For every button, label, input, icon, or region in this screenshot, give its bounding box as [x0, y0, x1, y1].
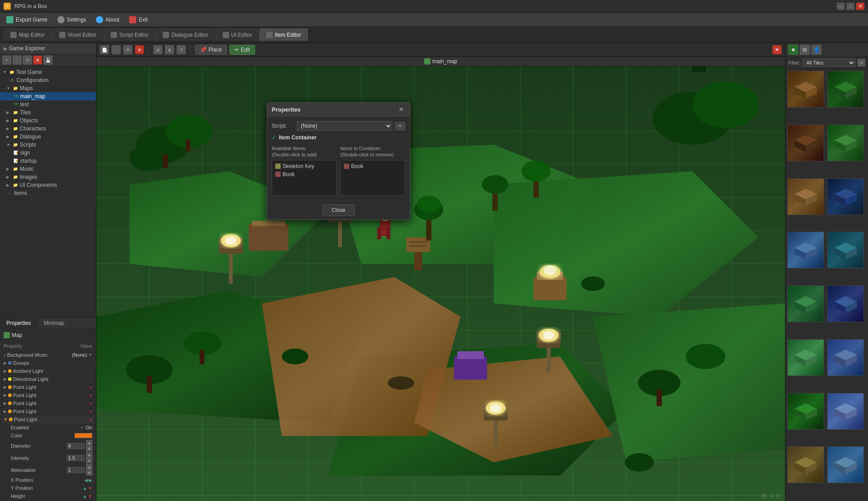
save-file-button[interactable]: 💾: [43, 56, 52, 65]
filter-refresh-button[interactable]: ↺: [857, 59, 865, 67]
tile-3[interactable]: [787, 125, 824, 161]
map-grid-button[interactable]: ⊞: [153, 45, 162, 54]
map-delete-button[interactable]: ✕: [135, 45, 144, 54]
tile-15[interactable]: [787, 446, 824, 483]
available-item-skeleton-key[interactable]: Skeleton Key: [274, 162, 334, 170]
prop-row-ambient-light[interactable]: ▶ Ambient Light: [2, 367, 94, 375]
diameter-input[interactable]: [67, 443, 85, 449]
prop-row-point-light-2[interactable]: ▶ Point Light ✕: [2, 391, 94, 399]
right-tool-grid-button[interactable]: ⊞: [800, 45, 810, 55]
color-swatch[interactable]: [74, 433, 92, 438]
map-copy-button[interactable]: ⧉: [123, 45, 132, 54]
properties-tab[interactable]: Properties: [0, 318, 38, 328]
close-button[interactable]: ✕: [856, 3, 864, 10]
x-pos-left[interactable]: ◀: [84, 478, 88, 483]
tile-7[interactable]: [787, 232, 824, 268]
tile-1[interactable]: [787, 71, 824, 108]
tile-4[interactable]: [827, 125, 864, 161]
tree-item-images[interactable]: ▶ 📁 Images: [0, 173, 96, 181]
dialog-close-button-bottom[interactable]: Close: [322, 204, 355, 216]
maximize-button[interactable]: □: [846, 3, 855, 10]
tile-2[interactable]: [827, 71, 864, 108]
delete-file-button[interactable]: ✕: [33, 56, 42, 65]
tree-item-test-map[interactable]: 🗺 test: [0, 100, 96, 108]
copy-file-button[interactable]: ⧉: [23, 56, 32, 65]
tab-map-editor[interactable]: Map Editor: [4, 29, 52, 41]
map-canvas[interactable]: (5, -1, 1) Properties ✕ Script: (None) ✏: [96, 66, 785, 501]
map-new-button[interactable]: 📄: [100, 45, 109, 54]
settings-button[interactable]: Settings: [53, 14, 91, 25]
point-light-2-delete[interactable]: ✕: [89, 393, 92, 398]
attenuation-down-button[interactable]: ▼: [86, 470, 92, 475]
right-tool-green-button[interactable]: ■: [788, 45, 798, 55]
new-file-button[interactable]: +: [2, 56, 11, 65]
tile-14[interactable]: [827, 393, 864, 430]
dialog-close-button[interactable]: ✕: [397, 105, 405, 113]
exit-button[interactable]: Exit: [125, 14, 152, 25]
point-light-4-delete[interactable]: ✕: [89, 409, 92, 414]
tree-item-tiles[interactable]: ▶ 📁 Tiles: [0, 108, 96, 117]
right-tool-person-button[interactable]: 👤: [812, 45, 821, 55]
attenuation-up-button[interactable]: ▲: [86, 464, 92, 470]
prop-row-point-light-1[interactable]: ▶ Point Light ✕: [2, 383, 94, 391]
map-refresh-button[interactable]: ↺: [177, 45, 186, 54]
container-item-book[interactable]: Book: [343, 162, 403, 170]
intensity-down-button[interactable]: ▼: [86, 458, 92, 463]
tile-16[interactable]: [827, 446, 864, 483]
script-edit-button[interactable]: ✏: [395, 122, 405, 130]
tree-item-startup[interactable]: 📝 startup: [0, 157, 96, 165]
prop-row-directional-light[interactable]: ▶ Directional Light: [2, 375, 94, 383]
tree-item-sign[interactable]: 📝 sign: [0, 149, 96, 157]
tile-9[interactable]: [787, 285, 824, 322]
height-down[interactable]: ▼: [88, 494, 92, 499]
tree-item-music[interactable]: ▶ 📁 Music: [0, 165, 96, 173]
tab-voxel-editor[interactable]: Voxel Editor: [52, 29, 103, 41]
tree-item-main-map[interactable]: 🗺 main_map: [0, 92, 96, 100]
map-close-button[interactable]: ✕: [773, 45, 781, 54]
intensity-input[interactable]: [67, 455, 85, 461]
tree-item-ui-components[interactable]: ▶ 📁 UI Components: [0, 181, 96, 189]
prop-row-groups[interactable]: ▶ Groups: [2, 359, 94, 367]
tree-item-maps[interactable]: ▼ 📁 Maps: [0, 84, 96, 92]
y-pos-down[interactable]: ▼: [88, 486, 92, 491]
tree-item-scripts[interactable]: ▼ 📁 Scripts: [0, 141, 96, 149]
point-light-5-delete[interactable]: ✕: [89, 417, 92, 422]
tree-item-characters[interactable]: ▶ 📁 Characters: [0, 125, 96, 133]
tab-ui-editor[interactable]: UI Editor: [216, 29, 259, 41]
minimap-tab[interactable]: Minimap: [38, 318, 71, 328]
tile-6[interactable]: [827, 178, 864, 215]
diameter-down-button[interactable]: ▼: [86, 446, 92, 451]
prop-row-point-light-4[interactable]: ▶ Point Light ✕: [2, 407, 94, 415]
tab-dialogue-editor[interactable]: Dialogue Editor: [156, 29, 215, 41]
tree-item-items[interactable]: ⚔ Items: [0, 189, 96, 197]
tile-8[interactable]: [827, 232, 864, 268]
height-up[interactable]: ▲: [82, 494, 87, 499]
about-button[interactable]: About: [91, 14, 124, 25]
tile-10[interactable]: [827, 285, 864, 322]
intensity-up-button[interactable]: ▲: [86, 452, 92, 458]
available-item-book[interactable]: Book: [274, 170, 334, 178]
point-light-1-delete[interactable]: ✕: [89, 385, 92, 390]
attenuation-input[interactable]: [67, 467, 85, 473]
script-select[interactable]: (None): [297, 121, 392, 131]
tile-filter-select[interactable]: All Tiles Grass Stone Water Wood: [803, 59, 856, 67]
export-game-button[interactable]: Export Game: [2, 14, 52, 25]
open-file-button[interactable]: ↑: [13, 56, 22, 65]
map-open-button[interactable]: ↑: [112, 45, 121, 54]
point-light-3-delete[interactable]: ✕: [89, 401, 92, 406]
minimize-button[interactable]: —: [837, 3, 845, 10]
edit-button[interactable]: ✏ Edit: [230, 45, 255, 55]
tree-item-configuration[interactable]: ⚙ Configuration: [0, 76, 96, 84]
x-pos-right[interactable]: ▶: [89, 478, 92, 483]
tile-11[interactable]: [787, 339, 824, 376]
diameter-up-button[interactable]: ▲: [86, 440, 92, 445]
tile-12[interactable]: [827, 339, 864, 376]
tile-5[interactable]: [787, 178, 824, 215]
tree-item-objects[interactable]: ▶ 📁 Objects: [0, 117, 96, 125]
tab-item-editor[interactable]: Item Editor: [260, 29, 308, 41]
map-center-button[interactable]: ⊕: [165, 45, 174, 54]
tree-item-test-game[interactable]: ▼ 📁 Test Game: [0, 68, 96, 76]
y-pos-up[interactable]: ▲: [82, 486, 87, 491]
tile-13[interactable]: [787, 393, 824, 430]
prop-row-point-light-5[interactable]: ▼ Point Light ✕: [2, 415, 94, 423]
